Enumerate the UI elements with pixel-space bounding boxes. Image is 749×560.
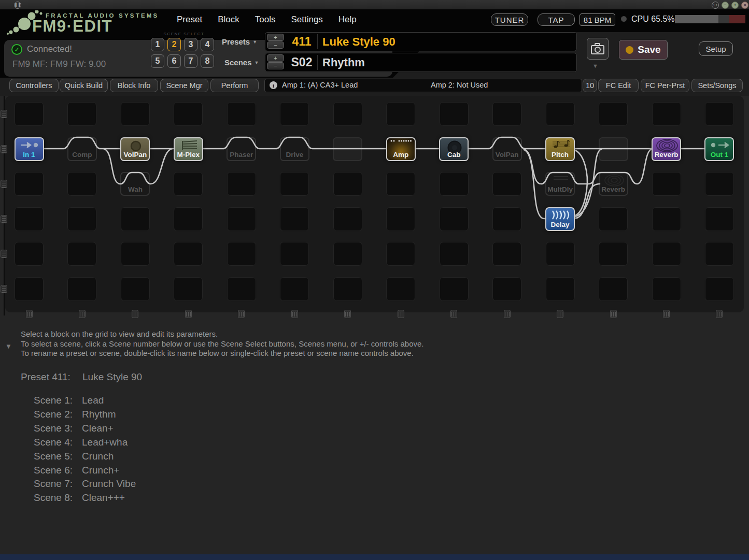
scene-button-1[interactable]: 1 <box>151 38 164 51</box>
scene-button-8[interactable]: 8 <box>201 54 214 68</box>
tuner-button[interactable]: TUNER <box>491 13 528 26</box>
zoom-button[interactable]: + <box>731 2 739 9</box>
pause-button[interactable]: ❚❚ <box>14 2 21 9</box>
footer-scene-label: Scene 8: <box>34 492 73 503</box>
footer-scene-row[interactable]: Scene 2:Rhythm <box>34 409 73 420</box>
footer-preset-line[interactable]: Preset 411: Luke Style 90 <box>21 371 70 383</box>
row-handle[interactable] <box>1 285 7 293</box>
tab-controllers[interactable]: Controllers <box>9 79 59 92</box>
footer-scene-name[interactable]: Crunch <box>82 451 114 462</box>
collapse-triangle-icon[interactable]: ▼ <box>5 342 12 350</box>
row-scroll-track <box>4 96 5 315</box>
footer-preset-name[interactable]: Luke Style 90 <box>82 371 142 383</box>
row-handle[interactable] <box>1 110 7 118</box>
setup-button[interactable]: Setup <box>699 41 733 56</box>
scene-number[interactable]: S02 <box>288 53 315 71</box>
scene-button-2[interactable]: 2 <box>167 38 181 51</box>
tab-fc-per-prst[interactable]: FC Per-Prst <box>641 79 689 92</box>
snapshot-button[interactable] <box>587 38 609 60</box>
column-handle[interactable] <box>716 310 723 318</box>
block-amp[interactable]: Amp <box>386 137 416 161</box>
scene-button-4[interactable]: 4 <box>201 38 214 51</box>
preset-increment-button[interactable]: + <box>267 34 284 41</box>
footer-scene-name[interactable]: Crunch Vibe <box>82 478 136 490</box>
minimize-button[interactable]: − <box>722 2 729 9</box>
scene-button-5[interactable]: 5 <box>151 54 164 68</box>
preset-number[interactable]: 411 <box>288 33 315 51</box>
menu-settings[interactable]: Settings <box>291 15 322 25</box>
tab-fc-edit[interactable]: FC Edit <box>598 79 639 92</box>
column-handle[interactable] <box>132 310 138 318</box>
scene-button-3[interactable]: 3 <box>184 38 197 51</box>
scene-increment-button[interactable]: + <box>267 54 284 62</box>
tab-perform[interactable]: Perform <box>210 79 259 92</box>
column-handle[interactable] <box>610 310 617 318</box>
column-handle[interactable] <box>291 310 298 318</box>
column-handle[interactable] <box>344 310 351 318</box>
column-handle[interactable] <box>185 310 192 318</box>
column-handle[interactable] <box>557 310 563 318</box>
scene-select-group: 1 2 3 4 5 6 7 8 <box>151 38 214 68</box>
block-pitch[interactable]: Pitch <box>545 137 575 161</box>
column-handle[interactable] <box>398 310 404 318</box>
actual-size-button[interactable]: 1:1 <box>712 2 719 9</box>
row-handle[interactable] <box>1 215 7 223</box>
close-button[interactable]: × <box>741 2 748 9</box>
footer-scene-name[interactable]: Clean+ <box>82 423 114 434</box>
row-handle[interactable] <box>1 250 7 258</box>
snapshot-caret[interactable]: ▼ <box>592 63 598 69</box>
footer-scene-name[interactable]: Clean+++ <box>82 492 125 504</box>
block-label: M-Plex <box>175 151 202 159</box>
footer-scene-name[interactable]: Rhythm <box>82 409 116 420</box>
column-handle[interactable] <box>238 310 245 318</box>
block-delay[interactable]: Delay <box>545 207 575 231</box>
camera-icon <box>590 42 605 55</box>
tab-scene-mgr[interactable]: Scene Mgr <box>160 79 208 92</box>
footer-scene-row[interactable]: Scene 3:Clean+ <box>34 423 73 434</box>
scene-button-6[interactable]: 6 <box>167 54 181 68</box>
tab-10[interactable]: 10 <box>583 79 597 92</box>
tab-block-info[interactable]: Block Info <box>110 79 158 92</box>
preset-name[interactable]: Luke Style 90 <box>322 33 395 51</box>
block-in-1[interactable]: In 1 <box>15 137 44 161</box>
block-cab[interactable]: Cab <box>439 137 469 161</box>
preset-display[interactable]: + − 411 Luke Style 90 <box>265 32 577 51</box>
tab-quick-build[interactable]: Quick Build <box>60 79 108 92</box>
block-out-1[interactable]: Out 1 <box>704 137 734 161</box>
tap-button[interactable]: TAP <box>538 13 575 26</box>
column-handle[interactable] <box>504 310 511 318</box>
column-handle[interactable] <box>26 310 33 318</box>
scene-name[interactable]: Rhythm <box>322 53 365 71</box>
row-handle[interactable] <box>1 180 7 188</box>
menu-help[interactable]: Help <box>338 15 357 25</box>
scene-display[interactable]: + − S02 Rhythm <box>265 53 577 72</box>
footer-scene-row[interactable]: Scene 4:Lead+wha <box>34 437 73 448</box>
scene-decrement-button[interactable]: − <box>267 62 284 69</box>
footer-scene-name[interactable]: Lead <box>82 395 104 406</box>
footer-scene-name[interactable]: Lead+wha <box>82 437 128 448</box>
presets-dropdown[interactable]: Presets ▼ <box>222 37 257 46</box>
block-volpan[interactable]: VolPan <box>120 137 150 161</box>
footer-scene-row[interactable]: Scene 5:Crunch <box>34 451 73 462</box>
footer-scene-row[interactable]: Scene 1:Lead <box>34 395 73 406</box>
save-button[interactable]: Save <box>619 40 668 60</box>
footer-scene-name[interactable]: Crunch+ <box>82 465 119 476</box>
column-handle[interactable] <box>663 310 670 318</box>
menu-tools[interactable]: Tools <box>255 15 276 25</box>
footer-scene-row[interactable]: Scene 7:Crunch Vibe <box>34 478 73 490</box>
footer-scene-row[interactable]: Scene 6:Crunch+ <box>34 465 73 476</box>
bpm-display[interactable]: 81 BPM <box>580 13 615 26</box>
preset-decrement-button[interactable]: − <box>267 41 284 49</box>
block-m-plex[interactable]: M-Plex <box>174 137 203 161</box>
block-reverb[interactable]: Reverb <box>652 137 681 161</box>
tab-sets-songs[interactable]: Sets/Songs <box>691 79 743 92</box>
row-handle[interactable] <box>1 145 7 153</box>
footer-scene-row[interactable]: Scene 8:Clean+++ <box>34 492 73 504</box>
column-handle[interactable] <box>450 310 457 318</box>
scene-button-7[interactable]: 7 <box>184 54 197 68</box>
column-handle[interactable] <box>79 310 86 318</box>
menu-block[interactable]: Block <box>218 15 239 25</box>
menu-preset[interactable]: Preset <box>177 15 202 25</box>
grid-panel: CompWahPhaserDriveVolPanMultDlyReverb In… <box>5 96 744 312</box>
scenes-dropdown[interactable]: Scenes ▼ <box>224 58 259 67</box>
